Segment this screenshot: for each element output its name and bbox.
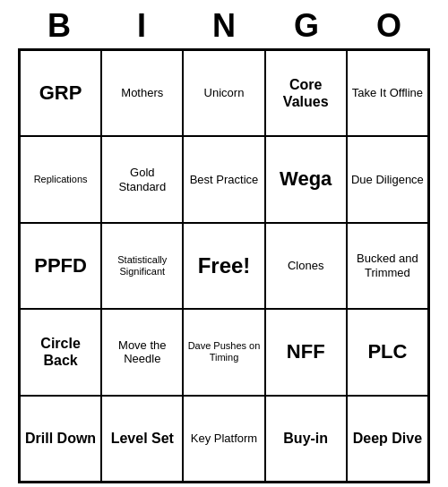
bingo-cell-17[interactable]: Dave Pushes on Timing	[183, 309, 264, 395]
bingo-cell-6[interactable]: Gold Standard	[101, 136, 183, 222]
bingo-cell-text-13: Clones	[288, 259, 323, 273]
bingo-cell-8[interactable]: Wega	[265, 136, 347, 222]
bingo-cell-text-23: Buy-in	[283, 430, 328, 447]
bingo-cell-0[interactable]: GRP	[20, 50, 101, 136]
bingo-cell-3[interactable]: Core Values	[265, 50, 347, 136]
bingo-cell-5[interactable]: Replications	[20, 136, 101, 222]
bingo-cell-19[interactable]: PLC	[347, 309, 428, 395]
letter-i: I	[106, 7, 177, 45]
bingo-cell-text-0: GRP	[39, 81, 82, 105]
bingo-cell-9[interactable]: Due Diligence	[347, 136, 428, 222]
bingo-cell-text-16: Move the Needle	[106, 338, 178, 366]
letter-b: B	[23, 7, 95, 45]
bingo-cell-21[interactable]: Level Set	[101, 396, 183, 482]
bingo-cell-text-4: Take It Offline	[352, 86, 423, 100]
bingo-cell-text-3: Core Values	[270, 76, 342, 110]
bingo-cell-23[interactable]: Buy-in	[265, 396, 347, 482]
bingo-grid: GRPMothersUnicornCore ValuesTake It Offl…	[18, 48, 430, 483]
bingo-title: B I N G O	[18, 0, 430, 48]
bingo-cell-text-12: Free!	[198, 253, 251, 279]
letter-o: O	[353, 7, 425, 45]
bingo-cell-text-5: Replications	[34, 174, 88, 185]
bingo-cell-13[interactable]: Clones	[265, 223, 347, 309]
bingo-cell-18[interactable]: NFF	[265, 309, 347, 395]
bingo-cell-text-24: Deep Dive	[353, 430, 422, 447]
bingo-cell-14[interactable]: Bucked and Trimmed	[347, 223, 428, 309]
bingo-cell-text-7: Best Practice	[190, 173, 259, 187]
bingo-cell-text-11: Statistically Significant	[106, 254, 178, 278]
bingo-cell-text-15: Circle Back	[24, 335, 97, 369]
bingo-cell-22[interactable]: Key Platform	[183, 396, 264, 482]
bingo-cell-text-14: Bucked and Trimmed	[351, 252, 424, 279]
bingo-cell-12[interactable]: Free!	[183, 223, 264, 309]
bingo-cell-7[interactable]: Best Practice	[183, 136, 264, 222]
bingo-cell-11[interactable]: Statistically Significant	[101, 223, 183, 309]
bingo-cell-text-20: Drill Down	[25, 430, 96, 447]
bingo-cell-text-10: PPFD	[34, 254, 87, 278]
bingo-cell-4[interactable]: Take It Offline	[347, 50, 428, 136]
bingo-cell-text-9: Due Diligence	[351, 173, 424, 187]
bingo-cell-10[interactable]: PPFD	[20, 223, 101, 309]
bingo-cell-15[interactable]: Circle Back	[20, 309, 101, 395]
bingo-cell-16[interactable]: Move the Needle	[101, 309, 183, 395]
bingo-cell-text-18: NFF	[287, 340, 325, 363]
bingo-cell-1[interactable]: Mothers	[101, 50, 183, 136]
bingo-cell-2[interactable]: Unicorn	[183, 50, 264, 136]
bingo-cell-text-19: PLC	[367, 340, 407, 363]
letter-n: N	[188, 7, 260, 45]
bingo-cell-text-17: Dave Pushes on Timing	[187, 340, 260, 363]
letter-g: G	[271, 7, 342, 45]
bingo-cell-text-2: Unicorn	[204, 86, 245, 100]
bingo-cell-text-6: Gold Standard	[106, 166, 178, 193]
bingo-cell-text-22: Key Platform	[191, 431, 257, 446]
bingo-cell-text-8: Wega	[280, 167, 332, 191]
bingo-cell-text-21: Level Set	[111, 430, 174, 447]
bingo-cell-text-1: Mothers	[121, 86, 163, 100]
bingo-cell-24[interactable]: Deep Dive	[347, 396, 428, 482]
bingo-cell-20[interactable]: Drill Down	[20, 396, 101, 482]
